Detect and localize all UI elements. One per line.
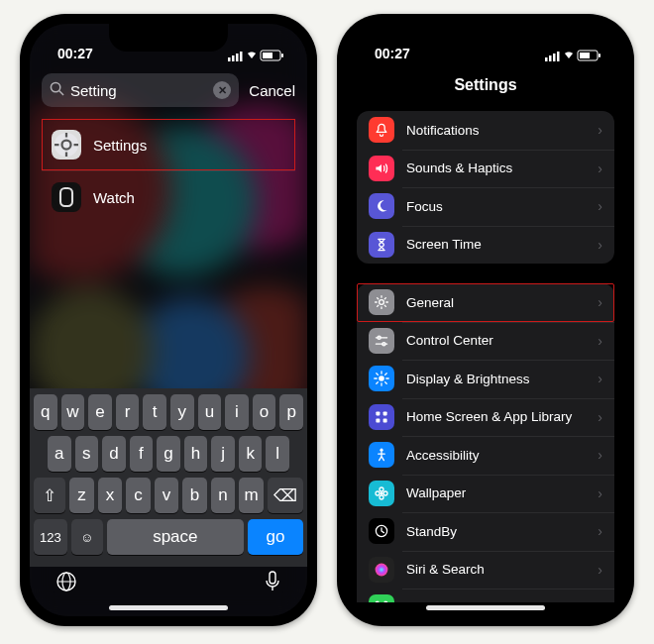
svg-line-41 [385,374,387,376]
row-label: Display & Brightness [406,372,530,386]
settings-row-control-center[interactable]: Control Center› [357,322,614,361]
key-k[interactable]: k [239,436,263,472]
settings-row-sounds-haptics[interactable]: Sounds & Haptics› [357,150,614,188]
svg-rect-20 [270,572,275,584]
faceid-icon [369,594,394,602]
globe-icon[interactable] [55,571,77,596]
chevron-right-icon: › [598,447,602,463]
result-label: Watch [93,189,135,206]
chevron-right-icon: › [598,294,602,310]
settings-row-display-brightness[interactable]: Display & Brightness› [357,360,614,398]
chevron-right-icon: › [598,237,602,253]
key-f[interactable]: f [130,436,154,472]
settings-row-notifications[interactable]: Notifications› [357,111,614,150]
row-label: Notifications [406,123,480,138]
row-label: Accessibility [406,448,480,463]
settings-gear-icon [52,130,81,160]
hourglass-icon [369,232,394,258]
key-a[interactable]: a [48,436,71,472]
key-emoji[interactable]: ☺ [71,519,103,555]
phone-left: 00:27 [20,14,317,626]
notch [426,24,545,52]
chevron-right-icon: › [598,161,602,176]
key-i[interactable]: i [225,394,249,430]
sliders-icon [369,328,394,354]
mic-icon[interactable] [264,571,281,596]
svg-line-40 [385,382,387,384]
svg-rect-45 [376,418,380,422]
flower-icon [369,481,394,506]
key-q[interactable]: q [34,394,57,430]
chevron-right-icon: › [598,485,602,501]
key-t[interactable]: t [143,394,166,430]
settings-row-face-id-passcode[interactable]: Face ID & Passcode› [357,589,614,602]
key-l[interactable]: l [266,436,289,472]
key-123[interactable]: 123 [34,519,67,555]
key-delete[interactable]: ⌫ [268,478,303,513]
settings-row-siri-search[interactable]: Siri & Search› [357,551,614,590]
key-h[interactable]: h [184,436,208,472]
key-p[interactable]: p [279,394,303,430]
key-v[interactable]: v [155,478,179,513]
search-result-item[interactable]: Watch [42,170,295,223]
key-r[interactable]: r [116,394,140,430]
settings-row-home-screen-app-library[interactable]: Home Screen & App Library› [357,398,614,437]
figure-icon [369,442,394,468]
key-m[interactable]: m [239,478,264,513]
chevron-right-icon: › [598,371,602,386]
settings-row-standby[interactable]: StandBy› [357,512,614,551]
svg-rect-44 [383,411,387,415]
svg-point-48 [380,491,382,494]
spotlight-search-row: Setting ✕ Cancel [42,73,295,107]
row-label: StandBy [406,524,457,539]
key-j[interactable]: j [211,436,235,472]
status-time: 00:27 [375,46,410,61]
settings-row-wallpaper[interactable]: Wallpaper› [357,475,614,513]
settings-list[interactable]: Notifications›Sounds & Haptics›Focus›Scr… [357,111,614,602]
svg-line-42 [377,382,379,384]
grid-icon [369,404,394,430]
settings-row-general[interactable]: General› [357,283,614,322]
key-b[interactable]: b [182,478,207,513]
key-d[interactable]: d [102,436,126,472]
settings-row-accessibility[interactable]: Accessibility› [357,436,614,475]
svg-rect-0 [228,57,231,61]
key-c[interactable]: c [126,478,151,513]
key-w[interactable]: w [61,394,85,430]
chevron-right-icon: › [598,333,602,349]
svg-point-51 [376,491,380,495]
key-z[interactable]: z [69,478,94,513]
svg-point-49 [380,487,383,491]
key-o[interactable]: o [253,394,276,430]
key-go[interactable]: go [248,519,303,555]
page-title: Settings [347,71,624,99]
key-x[interactable]: x [98,478,123,513]
key-shift[interactable]: ⇧ [34,478,65,513]
key-g[interactable]: g [157,436,180,472]
status-indicators [545,50,602,61]
search-input[interactable]: Setting ✕ [42,73,239,107]
settings-row-screen-time[interactable]: Screen Time› [357,226,614,265]
svg-rect-28 [599,54,600,57]
home-indicator[interactable] [109,605,228,610]
search-result-item[interactable]: Settings [42,119,295,170]
key-n[interactable]: n [211,478,236,513]
key-u[interactable]: u [198,394,222,430]
svg-rect-6 [281,54,283,57]
svg-point-34 [379,376,384,381]
svg-rect-5 [263,53,272,58]
key-e[interactable]: e [88,394,112,430]
svg-rect-24 [553,54,556,61]
key-s[interactable]: s [75,436,99,472]
settings-row-focus[interactable]: Focus› [357,187,614,226]
row-label: Face ID & Passcode [406,600,528,602]
cancel-button[interactable]: Cancel [249,82,295,99]
key-space[interactable]: space [107,519,244,555]
clock-icon [369,518,394,544]
home-indicator[interactable] [426,605,545,610]
clear-icon[interactable]: ✕ [213,81,231,99]
status-indicators [228,50,285,61]
key-y[interactable]: y [170,394,194,430]
row-label: Siri & Search [406,562,485,577]
svg-rect-2 [236,54,239,61]
